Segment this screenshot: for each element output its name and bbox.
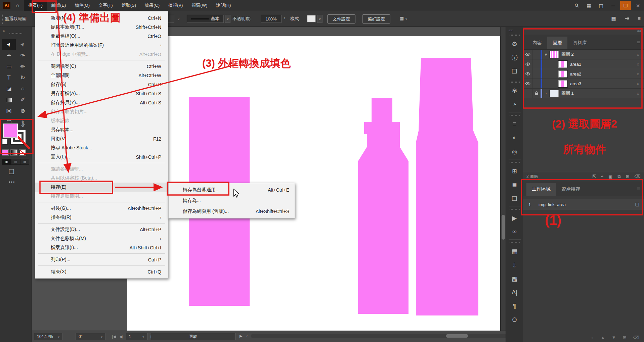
- target-circle-icon[interactable]: ○: [637, 71, 639, 77]
- color-button[interactable]: [2, 150, 8, 155]
- workspace-switcher-icon[interactable]: ◫: [595, 3, 607, 8]
- bottle-small[interactable]: [358, 98, 409, 314]
- curvature-tool[interactable]: ✑: [16, 50, 30, 61]
- status-field[interactable]: 選取: [151, 333, 235, 340]
- layer-name[interactable]: area2: [570, 71, 637, 77]
- collapse-panel-icon[interactable]: «: [3, 29, 5, 33]
- lock-toggle[interactable]: [532, 50, 541, 59]
- direct-selection-tool[interactable]: ➤: [16, 39, 30, 50]
- expand-panels-icon[interactable]: ««: [506, 28, 513, 32]
- tab-工作區域[interactable]: 工作區域: [526, 183, 556, 196]
- file-menu-item[interactable]: 另存新檔(A)...Shift+Ctrl+S: [35, 89, 168, 98]
- symbols-icon[interactable]: ⊞: [506, 164, 523, 178]
- delete-icon[interactable]: ⌫: [635, 174, 641, 179]
- layer-thumbnail[interactable]: [558, 80, 567, 87]
- crop-marks-icon[interactable]: ▦ ∨: [400, 16, 407, 21]
- eraser-tool[interactable]: ◪: [2, 83, 16, 94]
- panel-menu-icon[interactable]: ≡: [637, 39, 640, 45]
- arrange-docs-icon[interactable]: ▦: [611, 15, 616, 21]
- layer-name[interactable]: area3: [570, 81, 637, 86]
- layer-row[interactable]: ›圖層 1○: [523, 89, 644, 98]
- panel-group-grip[interactable]: [510, 162, 520, 163]
- drawing-mode-button[interactable]: ▣: [2, 159, 11, 165]
- expand-chevron-icon[interactable]: ›: [542, 91, 550, 95]
- stroke-icon[interactable]: ≡: [506, 117, 523, 131]
- opacity-input[interactable]: 100%: [261, 15, 282, 23]
- file-menu-item[interactable]: 指令檔(R)›: [35, 213, 168, 222]
- scrollbar-thumb[interactable]: [502, 215, 505, 240]
- file-menu-item[interactable]: 在 Bridge 中瀏覽...Alt+Ctrl+O: [35, 50, 168, 59]
- visibility-toggle[interactable]: [523, 89, 532, 98]
- chevron-down-icon[interactable]: ∨: [177, 17, 180, 21]
- align-icon[interactable]: ≣: [506, 178, 523, 192]
- layer-row[interactable]: area2○: [523, 69, 644, 79]
- file-menu-item[interactable]: 邀請參與編輯...: [35, 164, 168, 174]
- submenu-item[interactable]: 儲存為網頁用 (舊版)...Alt+Shift+Ctrl+S: [169, 206, 295, 217]
- lock-toggle[interactable]: [532, 79, 541, 88]
- collect-export-icon[interactable]: ⇱: [592, 174, 596, 179]
- gradient-icon[interactable]: ◔: [506, 98, 523, 111]
- layer-name[interactable]: 圖層 1: [561, 90, 637, 96]
- tab-資料庫[interactable]: 資料庫: [567, 37, 592, 49]
- panel-menu-icon[interactable]: ≡: [637, 186, 640, 192]
- file-menu-item[interactable]: 儲存選取的切片...: [35, 107, 168, 116]
- submenu-item[interactable]: 轉存為...: [169, 195, 295, 206]
- opacity-expand-icon[interactable]: ›: [284, 15, 285, 20]
- trash-icon[interactable]: ⌫: [633, 335, 639, 340]
- file-menu-item[interactable]: 置入(L)...Shift+Ctrl+P: [35, 152, 168, 161]
- stroke-style-dropdown[interactable]: 基本: [187, 15, 224, 23]
- eyedropper-tool[interactable]: ✐: [16, 94, 30, 105]
- visibility-toggle[interactable]: [523, 69, 532, 79]
- swatches-icon[interactable]: ▩: [506, 272, 523, 286]
- layer-thumbnail[interactable]: [550, 51, 559, 58]
- asset-export-icon[interactable]: ⇩: [506, 258, 523, 272]
- gradient-tool[interactable]: [2, 94, 16, 105]
- gradient-button[interactable]: [11, 150, 17, 155]
- target-circle-icon[interactable]: ○: [637, 81, 639, 86]
- lock-toggle[interactable]: [532, 69, 541, 79]
- menubar-item[interactable]: 視窗(W): [187, 0, 212, 11]
- target-circle-icon[interactable]: ○: [637, 91, 639, 96]
- layer-name[interactable]: 圖層 2: [561, 51, 637, 57]
- shaper-tool[interactable]: ◌: [16, 83, 30, 94]
- screen-mode-icon[interactable]: ❏: [9, 168, 14, 176]
- actions-icon[interactable]: ▶: [506, 211, 523, 225]
- file-menu-item[interactable]: 開啟舊檔(O)...Ctrl+O: [35, 32, 168, 41]
- file-menu-item[interactable]: 結束(X)Ctrl+Q: [35, 267, 168, 276]
- snap-options-icon[interactable]: ⇥: [625, 15, 629, 21]
- rotation-dropdown[interactable]: 0° ∨: [76, 333, 106, 340]
- collapse-panels-icon[interactable]: »»: [637, 29, 641, 33]
- target-circle-icon[interactable]: ○: [637, 62, 639, 67]
- default-fill-stroke-icon[interactable]: [2, 139, 7, 144]
- visibility-toggle[interactable]: [523, 50, 532, 59]
- file-menu-item[interactable]: 打開最近使用過的檔案(F)›: [35, 41, 168, 50]
- artboard-row[interactable]: 1img_link_area❏: [523, 199, 644, 210]
- file-menu-item[interactable]: 另存範本...: [35, 125, 168, 134]
- layer-name[interactable]: area1: [570, 62, 637, 67]
- previous-artboard-button[interactable]: ◀: [119, 334, 122, 339]
- horizontal-scrollbar[interactable]: [251, 334, 532, 338]
- file-menu-item[interactable]: 關閉檔案(C)Ctrl+W: [35, 62, 168, 71]
- restore-button[interactable]: ❐: [620, 1, 631, 10]
- panel-group-grip[interactable]: [510, 209, 520, 210]
- tab-內容[interactable]: 內容: [527, 37, 547, 49]
- expand-chevron-icon[interactable]: ∨: [542, 52, 550, 57]
- layer-row[interactable]: area1○: [523, 59, 644, 69]
- tab-資產轉存[interactable]: 資產轉存: [556, 183, 586, 196]
- visibility-toggle[interactable]: [523, 59, 532, 69]
- menubar-item[interactable]: 檢視(V): [164, 0, 187, 11]
- selection-tool[interactable]: ➤: [2, 39, 16, 50]
- target-circle-icon[interactable]: ○: [637, 52, 639, 57]
- pen-tool[interactable]: ✒: [2, 50, 16, 61]
- preferences-button[interactable]: 偏好設定: [362, 14, 390, 23]
- tab-圖層[interactable]: 圖層: [547, 37, 567, 49]
- lock-toggle[interactable]: [532, 59, 541, 69]
- layer-row[interactable]: ∨圖層 2○: [523, 50, 644, 59]
- file-menu-item[interactable]: 檔案資訊(I)...Alt+Shift+Ctrl+I: [35, 243, 168, 252]
- artboard-page-icon[interactable]: ❏: [635, 202, 639, 207]
- visibility-toggle[interactable]: [523, 79, 532, 88]
- menubar-item[interactable]: 檔案(F): [24, 0, 47, 11]
- character-icon[interactable]: A|: [506, 286, 523, 299]
- menubar-item[interactable]: 編輯(E): [47, 0, 70, 11]
- minimize-button[interactable]: ─: [607, 3, 619, 8]
